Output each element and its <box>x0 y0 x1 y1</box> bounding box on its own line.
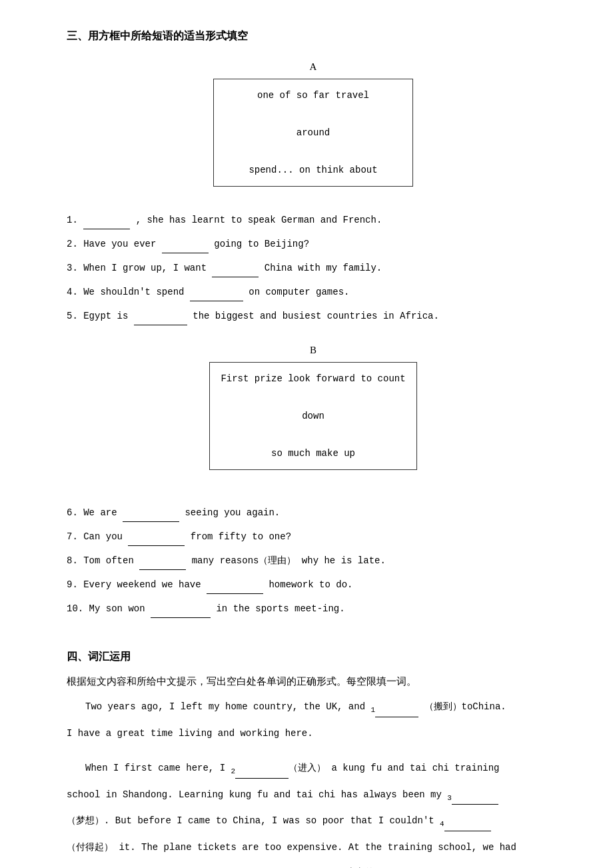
q8-blank[interactable] <box>139 561 186 570</box>
box-a: one of so far travel around spend... on … <box>213 79 413 187</box>
q3-num: 3. When I grow up, I want <box>67 263 212 273</box>
q6-num: 6. We are <box>67 507 123 518</box>
q9-num: 9. Every weekend we have <box>67 579 207 590</box>
q1-blank[interactable] <box>83 220 130 229</box>
paragraph2-line2: school in Shandong. Learning kung fu and… <box>67 785 560 805</box>
p1-hint1: （搬到）toChina. <box>424 701 506 712</box>
q8-text: many reasons（理由） why he is late. <box>192 555 386 566</box>
q7-text: from fifty to one? <box>191 531 291 542</box>
q4-text: on computer games. <box>249 287 349 297</box>
p1-text2: I have a great time living and working h… <box>67 728 313 739</box>
p2-hint2: （进入） <box>289 763 326 773</box>
question-8: 8. Tom often many reasons（理由） why he is … <box>67 551 560 570</box>
q10-num: 10. My son won <box>67 603 151 614</box>
q1-text: , she has learnt to speak German and Fre… <box>136 215 382 225</box>
p1-text1: Two years ago, I left my home country, t… <box>85 701 375 712</box>
p2-hint3: （梦想）. But before I came to China, I was … <box>67 815 444 826</box>
questions-b: 6. We are seeing you again. 7. Can you f… <box>67 503 560 618</box>
section4-intro: 根据短文内容和所给中文提示，写出空白处各单词的正确形式。每空限填一词。 <box>67 672 560 691</box>
paragraph1-line2: I have a great time living and working h… <box>67 724 560 743</box>
p2-blank4[interactable] <box>444 822 491 831</box>
p1-blank1[interactable] <box>375 708 418 717</box>
p2-text2: a kung fu and tai chi training <box>326 763 499 773</box>
q10-text: in the sports meet-ing. <box>216 603 344 614</box>
q10-blank[interactable] <box>151 609 211 618</box>
q3-text: China with my family. <box>265 263 382 273</box>
p2-blank2[interactable] <box>235 769 289 779</box>
q2-text: going to Beijing? <box>214 239 309 249</box>
section4-title: 四、词汇运用 <box>67 647 560 667</box>
question-6: 6. We are seeing you again. <box>67 503 560 522</box>
question-9: 9. Every weekend we have homework to do. <box>67 575 560 594</box>
box-a-label: A <box>67 58 560 76</box>
p2-blank3[interactable] <box>452 795 498 805</box>
q5-blank[interactable] <box>134 316 187 325</box>
q8-num: 8. Tom often <box>67 555 139 566</box>
paragraph2-line3: （梦想）. But before I came to China, I was … <box>67 811 560 831</box>
q2-blank[interactable] <box>162 244 209 253</box>
q5-text: the biggest and busiest countries in Afr… <box>193 311 439 321</box>
paragraph1: Two years ago, I left my home country, t… <box>67 697 560 717</box>
q4-num: 4. We shouldn't spend <box>67 287 190 297</box>
question-3: 3. When I grow up, I want China with my … <box>67 259 560 277</box>
question-5: 5. Egypt is the biggest and busiest coun… <box>67 307 560 325</box>
p2-text4: it. The plane tickets are too expensive.… <box>113 842 516 853</box>
question-2: 2. Have you ever going to Beijing? <box>67 235 560 253</box>
paragraph2: When I first came here, I 2（进入） a kung f… <box>67 759 560 779</box>
q6-blank[interactable] <box>123 513 179 522</box>
section3-title: 三、用方框中所给短语的适当形式填空 <box>67 27 560 46</box>
p2-text3: school in Shandong. Learning kung fu and… <box>67 789 452 800</box>
p2-text1: When I first came here, I 2 <box>85 763 235 773</box>
paragraph2-line4: （付得起） it. The plane tickets are too expe… <box>67 838 560 857</box>
p2-hint4: （付得起） <box>67 842 113 853</box>
question-4: 4. We shouldn't spend on computer games. <box>67 283 560 301</box>
q1-num: 1. <box>67 215 78 225</box>
q9-text: homework to do. <box>269 579 352 590</box>
paragraph2-line5: classes every day and I found that the5（… <box>67 863 560 868</box>
q3-blank[interactable] <box>212 268 259 277</box>
box-b: First prize look forward to count down s… <box>209 362 416 470</box>
box-b-container: B First prize look forward to count down… <box>67 341 560 482</box>
box-a-container: A one of so far travel around spend... o… <box>67 58 560 199</box>
question-1: 1. , she has learnt to speak German and … <box>67 211 560 229</box>
questions-a: 1. , she has learnt to speak German and … <box>67 211 560 325</box>
box-b-label: B <box>67 341 560 359</box>
question-10: 10. My son won in the sports meet-ing. <box>67 599 560 618</box>
q2-num: 2. Have you ever <box>67 239 162 249</box>
q5-num: 5. Egypt is <box>67 311 134 321</box>
q7-num: 7. Can you <box>67 531 128 542</box>
q6-text: seeing you again. <box>185 507 280 518</box>
q4-blank[interactable] <box>190 292 243 301</box>
q7-blank[interactable] <box>128 537 185 546</box>
q9-blank[interactable] <box>207 585 263 594</box>
question-7: 7. Can you from fifty to one? <box>67 527 560 546</box>
